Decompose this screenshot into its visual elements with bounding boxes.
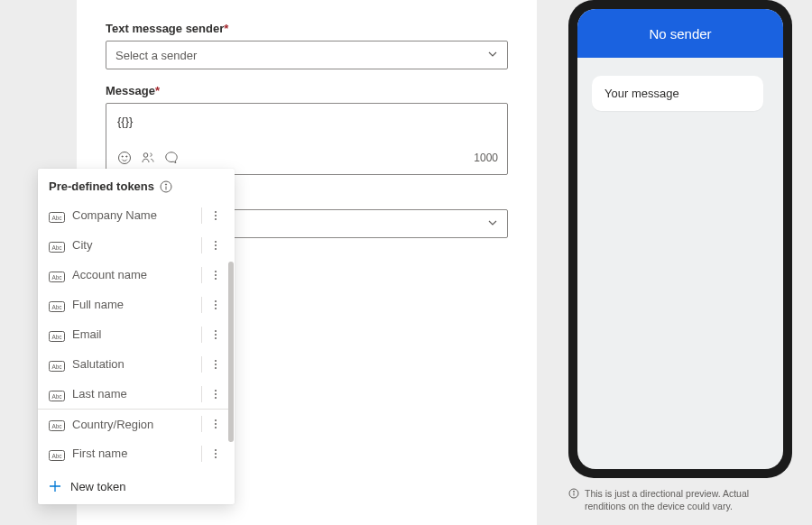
svg-text:Abc: Abc: [51, 392, 62, 399]
token-scrollbar[interactable]: [228, 262, 234, 442]
token-label: Email: [72, 327, 198, 341]
message-bubble: Your message: [592, 76, 763, 111]
message-textarea[interactable]: {{}}: [106, 104, 507, 143]
text-token-icon: Abc: [49, 299, 65, 310]
token-item[interactable]: AbcCity: [38, 230, 231, 260]
token-item[interactable]: AbcLast name: [38, 379, 231, 409]
token-item[interactable]: AbcCompany Name: [38, 200, 231, 230]
text-token-icon: Abc: [49, 270, 65, 281]
svg-text:Abc: Abc: [51, 273, 62, 280]
svg-text:Abc: Abc: [51, 244, 62, 250]
sender-label-text: Text message sender: [106, 22, 224, 35]
token-item[interactable]: AbcFirst name: [38, 438, 231, 468]
token-item[interactable]: AbcFull name: [38, 290, 231, 319]
sender-field-group: Text message sender* Select a sender: [106, 22, 508, 69]
bubble-text: Your message: [604, 87, 679, 100]
message-label: Message*: [106, 84, 508, 97]
phone-header-text: No sender: [649, 26, 711, 41]
token-item[interactable]: AbcSalutation: [38, 349, 231, 379]
info-icon[interactable]: [160, 180, 172, 193]
char-count: 1000: [474, 152, 498, 164]
token-item[interactable]: AbcAccount name: [38, 260, 231, 290]
info-icon: [568, 488, 579, 499]
more-icon[interactable]: [209, 241, 222, 250]
svg-text:Abc: Abc: [51, 303, 62, 309]
preview-disclaimer: This is just a directional preview. Actu…: [568, 487, 792, 512]
plus-icon: [49, 480, 61, 493]
svg-text:Abc: Abc: [51, 214, 62, 220]
more-icon[interactable]: [209, 330, 222, 339]
item-separator: [201, 356, 202, 373]
item-separator: [201, 267, 202, 283]
item-separator: [201, 207, 202, 224]
item-separator: [201, 416, 202, 432]
chevron-down-icon: [487, 47, 498, 63]
svg-text:Abc: Abc: [51, 423, 62, 429]
emoji-icon[interactable]: [115, 149, 134, 167]
message-box: {{}} 1000: [106, 103, 508, 175]
text-token-icon: Abc: [49, 240, 65, 251]
more-icon[interactable]: [209, 449, 222, 458]
text-token-icon: Abc: [49, 389, 65, 400]
item-separator: [201, 327, 202, 343]
tokens-popup: Pre-defined tokens AbcCompany NameAbcCit…: [38, 169, 235, 504]
text-token-icon: Abc: [49, 210, 65, 221]
required-asterisk: *: [224, 22, 228, 35]
token-label: Company Name: [72, 208, 198, 222]
assist-icon[interactable]: [162, 149, 180, 167]
svg-point-2: [126, 156, 127, 157]
token-label: Salutation: [72, 357, 198, 371]
required-asterisk: *: [155, 84, 160, 97]
token-label: City: [72, 238, 198, 252]
svg-point-25: [574, 491, 575, 492]
svg-text:Abc: Abc: [51, 363, 62, 369]
item-separator: [201, 386, 202, 402]
text-token-icon: Abc: [49, 448, 65, 459]
phone-screen: No sender Your message: [577, 9, 783, 469]
svg-point-3: [143, 153, 148, 158]
item-separator: [201, 237, 202, 253]
phone-header: No sender: [577, 9, 783, 58]
token-label: First name: [72, 447, 198, 460]
token-label: Full name: [72, 298, 198, 311]
new-token-button[interactable]: New token: [38, 468, 235, 504]
item-separator: [201, 297, 202, 313]
more-icon[interactable]: [209, 300, 222, 309]
item-separator: [201, 446, 202, 462]
token-label: Country/Region: [72, 418, 198, 431]
text-token-icon: Abc: [49, 329, 65, 340]
personalize-icon[interactable]: [139, 149, 157, 167]
more-icon[interactable]: [209, 419, 222, 428]
disclaimer-text: This is just a directional preview. Actu…: [585, 487, 792, 512]
new-token-label: New token: [70, 480, 125, 493]
tokens-popup-header: Pre-defined tokens: [38, 169, 235, 200]
sender-placeholder: Select a sender: [115, 49, 487, 62]
text-token-icon: Abc: [49, 359, 65, 370]
more-icon[interactable]: [209, 390, 222, 399]
svg-point-0: [119, 152, 131, 164]
more-icon[interactable]: [209, 211, 222, 220]
more-icon[interactable]: [209, 360, 222, 369]
token-label: Last name: [72, 387, 198, 401]
message-label-text: Message: [106, 84, 155, 97]
more-icon[interactable]: [209, 271, 222, 280]
sender-label: Text message sender*: [106, 22, 508, 35]
svg-point-5: [165, 183, 166, 184]
phone-preview-frame: No sender Your message: [568, 0, 792, 478]
token-item[interactable]: AbcEmail: [38, 319, 231, 349]
sender-select[interactable]: Select a sender: [106, 41, 508, 69]
token-item[interactable]: AbcCountry/Region: [38, 409, 231, 438]
svg-text:Abc: Abc: [51, 452, 62, 458]
tokens-title: Pre-defined tokens: [49, 180, 154, 193]
svg-text:Abc: Abc: [51, 333, 62, 339]
text-token-icon: Abc: [49, 419, 65, 429]
svg-point-1: [122, 156, 123, 157]
chevron-down-icon: [487, 216, 498, 232]
token-label: Account name: [72, 268, 198, 281]
token-list: AbcCompany NameAbcCityAbcAccount nameAbc…: [38, 200, 235, 468]
message-field-group: Message* {{}} 1000: [106, 84, 508, 175]
